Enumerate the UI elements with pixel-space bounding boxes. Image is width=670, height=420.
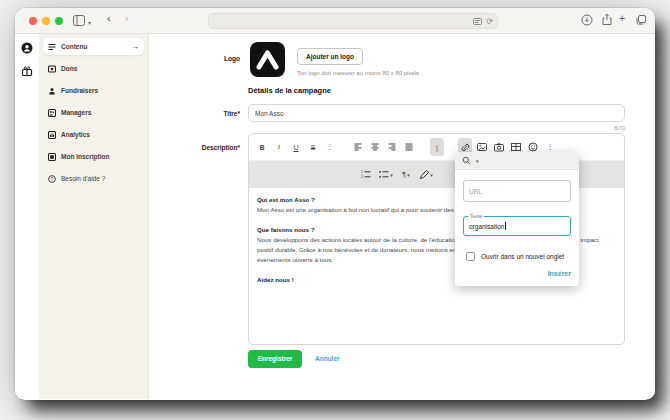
downloads-icon[interactable] xyxy=(581,14,593,26)
sidebar-item-label: Managers xyxy=(61,109,91,116)
sidebar-item-contenu[interactable]: Contenu → xyxy=(43,38,144,55)
cancel-button[interactable]: Annuler xyxy=(315,355,340,362)
person-icon xyxy=(48,87,56,95)
search-icon[interactable] xyxy=(462,156,471,165)
svg-text:2: 2 xyxy=(361,175,363,179)
sidebar-item-dons[interactable]: Dons xyxy=(43,60,144,77)
new-tab-checkbox-label: Ouvrir dans un nouvel onglet xyxy=(481,253,564,260)
link-text-label: Texte xyxy=(468,213,484,219)
link-text-field[interactable]: Texte organisation xyxy=(463,216,571,236)
chart-icon xyxy=(48,131,56,139)
url-input[interactable] xyxy=(463,180,571,202)
reload-icon[interactable]: ⟳ xyxy=(486,17,493,26)
sidebar-item-label: Dons xyxy=(61,65,77,72)
svg-text:1: 1 xyxy=(361,170,363,174)
browser-chrome: ▾ ‹ › ⟳ + xyxy=(15,8,655,34)
sidebar-item-managers[interactable]: Managers xyxy=(43,104,144,121)
share-icon[interactable] xyxy=(601,13,613,26)
svg-text:?: ? xyxy=(51,175,54,181)
sidebar-toggle-icon[interactable] xyxy=(73,15,85,26)
sidebar-item-label: Besoin d'aide ? xyxy=(61,175,105,182)
close-window-button[interactable] xyxy=(29,17,37,25)
avatar-icon[interactable] xyxy=(21,42,33,54)
minimize-window-button[interactable] xyxy=(42,17,50,25)
title-input[interactable] xyxy=(248,104,625,122)
link-text-value: organisation xyxy=(469,223,504,230)
help-circle-icon: ? xyxy=(48,175,56,183)
gift-icon[interactable] xyxy=(21,65,33,77)
browser-window: ▾ ‹ › ⟳ + xyxy=(15,8,655,400)
description-label: Description* xyxy=(149,144,240,151)
link-popover-header: ▾ xyxy=(455,152,579,170)
strikethrough-button[interactable]: S xyxy=(306,138,320,156)
new-tab-checkbox[interactable] xyxy=(466,252,475,261)
forward-button[interactable]: › xyxy=(125,12,129,25)
sidebar-item-label: Analytics xyxy=(61,131,90,138)
align-justify-icon[interactable] xyxy=(402,138,416,156)
text-cursor xyxy=(505,222,506,230)
chevron-down-icon: ▾ xyxy=(407,172,410,178)
sidebar-item-label: Fundraisers xyxy=(61,87,98,94)
align-left-icon[interactable] xyxy=(351,138,365,156)
icon-rail xyxy=(15,34,39,399)
collapse-arrow-icon[interactable]: → xyxy=(131,42,139,51)
sidebar-item-label: Mon inscription xyxy=(61,153,109,160)
save-button[interactable]: Enregistrer xyxy=(248,350,302,368)
sidebar-item-analytics[interactable]: Analytics xyxy=(43,126,144,143)
pen-color-button[interactable]: ▾ xyxy=(419,166,433,184)
align-center-icon[interactable] xyxy=(368,138,382,156)
insert-link-button[interactable]: Insérer xyxy=(463,270,571,277)
bullet-list-icon[interactable]: ▾ xyxy=(379,166,393,184)
add-logo-button[interactable]: Ajouter un logo xyxy=(297,48,363,65)
zoom-window-button[interactable] xyxy=(55,17,63,25)
chevron-down-icon[interactable]: ▾ xyxy=(476,158,479,164)
numbered-list-icon[interactable]: 12 xyxy=(359,166,373,184)
content-list-icon xyxy=(48,43,56,51)
more-formatting-icon[interactable]: ⋮ xyxy=(323,138,337,156)
logo-hint-text: Ton logo doit mesurer au moins 80 x 80 p… xyxy=(297,70,421,76)
back-button[interactable]: ‹ xyxy=(107,12,111,25)
title-char-counter: 8/70 xyxy=(248,125,625,131)
campaign-form: Logo Ajouter un logo Ton logo doit mesur… xyxy=(149,34,655,399)
tabs-overview-icon[interactable] xyxy=(635,14,647,26)
people-icon xyxy=(48,109,56,117)
insert-link-popover: ▾ Texte organisation Ouvrir dans un nouv… xyxy=(455,152,579,286)
align-right-icon[interactable] xyxy=(385,138,399,156)
sidebar-caret-icon[interactable]: ▾ xyxy=(88,17,91,30)
sidebar-item-mon-inscription[interactable]: Mon inscription xyxy=(43,148,144,165)
campaign-logo xyxy=(250,42,285,77)
registration-icon xyxy=(48,153,56,161)
chevron-down-icon: ▾ xyxy=(390,172,393,178)
chevron-down-icon: ▾ xyxy=(430,172,433,178)
italic-button[interactable]: I xyxy=(272,138,286,156)
page-settings-icon[interactable] xyxy=(473,17,482,26)
paragraph-format-button[interactable]: ¶▾ xyxy=(399,166,413,184)
url-bar[interactable]: ⟳ xyxy=(208,13,498,29)
underline-button[interactable]: U xyxy=(289,138,303,156)
section-title: Détails de la campagne xyxy=(248,86,331,95)
sidebar-item-label: Contenu xyxy=(61,43,87,50)
cursor-divider-button[interactable]: | xyxy=(430,138,444,156)
sidebar-item-besoin-daide[interactable]: ? Besoin d'aide ? xyxy=(43,170,144,187)
sidebar-item-fundraisers[interactable]: Fundraisers xyxy=(43,82,144,99)
logo-label: Logo xyxy=(149,55,240,62)
sidebar: Contenu → Dons Fundraisers Managers Anal… xyxy=(39,34,149,399)
title-label: Titre* xyxy=(149,110,240,117)
donations-icon xyxy=(48,65,56,73)
new-tab-button[interactable]: + xyxy=(619,12,625,25)
bold-button[interactable]: B xyxy=(255,138,269,156)
